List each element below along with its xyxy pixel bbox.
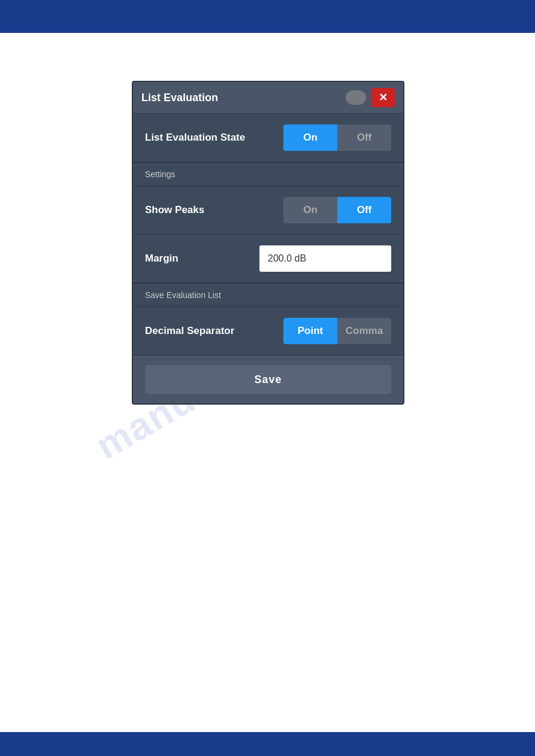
bottom-bar — [0, 732, 535, 756]
list-evaluation-state-row: List Evaluation State On Off — [133, 114, 403, 162]
list-evaluation-state-label: List Evaluation State — [145, 132, 245, 144]
show-peaks-toggle: On Off — [283, 197, 391, 223]
list-evaluation-state-toggle: On Off — [283, 125, 391, 151]
show-peaks-row: Show Peaks On Off — [133, 186, 403, 235]
list-evaluation-state-on-button[interactable]: On — [283, 125, 337, 151]
decimal-separator-comma-button[interactable]: Comma — [337, 318, 391, 344]
dialog-icon-circle — [346, 90, 366, 105]
dialog-titlebar-icons: ✕ — [346, 88, 395, 107]
save-button-row: Save — [133, 356, 403, 403]
settings-section-label: Settings — [145, 169, 176, 179]
show-peaks-off-button[interactable]: Off — [337, 197, 391, 223]
dialog-titlebar: List Evaluation ✕ — [133, 82, 403, 114]
top-bar — [0, 0, 535, 33]
margin-label: Margin — [145, 253, 179, 265]
close-button[interactable]: ✕ — [371, 88, 395, 107]
decimal-separator-toggle: Point Comma — [283, 318, 391, 344]
dialog-body: List Evaluation State On Off Settings Sh… — [133, 114, 403, 403]
decimal-separator-row: Decimal Separator Point Comma — [133, 307, 403, 356]
decimal-separator-point-button[interactable]: Point — [283, 318, 337, 344]
margin-row: Margin — [133, 235, 403, 283]
decimal-separator-label: Decimal Separator — [145, 325, 234, 337]
margin-input[interactable] — [259, 245, 391, 272]
save-evaluation-list-section-header: Save Evaluation List — [133, 283, 403, 307]
dialog-title: List Evaluation — [141, 92, 218, 104]
list-evaluation-dialog: List Evaluation ✕ List Evaluation State … — [132, 81, 404, 405]
list-evaluation-state-off-button[interactable]: Off — [337, 125, 391, 151]
show-peaks-label: Show Peaks — [145, 204, 204, 216]
save-button[interactable]: Save — [145, 365, 391, 394]
save-evaluation-list-label: Save Evaluation List — [145, 290, 221, 300]
settings-section-header: Settings — [133, 162, 403, 186]
show-peaks-on-button[interactable]: On — [283, 197, 337, 223]
